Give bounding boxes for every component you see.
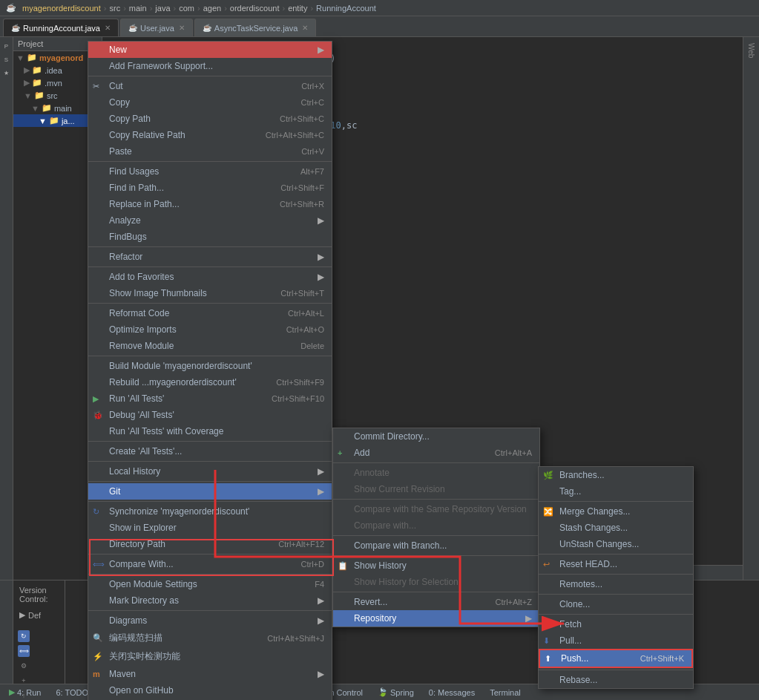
- menu-sep-4: [88, 266, 332, 267]
- git-menu-add[interactable]: + Add Ctrl+Alt+A: [333, 445, 539, 461]
- title-bar: ☕ myagenorderdiscount › src › main › jav…: [0, 0, 759, 16]
- repo-menu-merge[interactable]: 🔀 Merge Changes...: [539, 503, 693, 520]
- menu-item-reformat[interactable]: Reformat Code Ctrl+Alt+L: [88, 305, 332, 321]
- tab-running-account[interactable]: ☕ RunningAccount.java ✕: [3, 19, 119, 36]
- menu-item-git[interactable]: Git ▶: [88, 483, 332, 500]
- git-menu-repository[interactable]: Repository ▶: [333, 610, 539, 627]
- menu-shortcut-optimize: Ctrl+Alt+O: [286, 325, 324, 334]
- structure-icon[interactable]: S: [1, 53, 13, 65]
- btn-spring[interactable]: 🍃 Spring: [375, 687, 417, 697]
- menu-item-paste[interactable]: Paste Ctrl+V: [88, 143, 332, 160]
- menu-item-run[interactable]: ▶ Run 'All Tests' Ctrl+Shift+F10: [88, 390, 332, 407]
- repo-menu-unstash[interactable]: UnStash Changes...: [539, 536, 693, 552]
- menu-item-add-framework[interactable]: Add Framework Support...: [88, 58, 332, 74]
- menu-label-remove-module: Remove Module: [109, 341, 286, 351]
- vc-refresh-button[interactable]: ↻: [18, 630, 30, 642]
- repo-menu-remotes[interactable]: Remotes...: [539, 576, 693, 592]
- menu-label-git: Git: [109, 486, 315, 497]
- menu-item-synchronize[interactable]: ↻ Synchronize 'myagenorderdiscount': [88, 503, 332, 520]
- menu-item-replace-in-path[interactable]: Replace in Path... Ctrl+Shift+R: [88, 196, 332, 212]
- git-submenu: Commit Directory... + Add Ctrl+Alt+A Ann…: [332, 428, 540, 627]
- git-menu-compare-with: Compare with...: [333, 517, 539, 534]
- menu-item-debug[interactable]: 🐞 Debug 'All Tests': [88, 407, 332, 423]
- git-sep-1: [333, 462, 539, 463]
- menu-item-maven[interactable]: m Maven ▶: [88, 666, 332, 682]
- menu-item-find-in-path[interactable]: Find in Path... Ctrl+Shift+F: [88, 180, 332, 196]
- menu-item-findbugs[interactable]: FindBugs: [88, 229, 332, 245]
- tab-close-button-2[interactable]: ✕: [179, 24, 185, 32]
- repo-menu-tag[interactable]: Tag...: [539, 483, 693, 500]
- tab-async[interactable]: ☕ AsyncTaskService.java ✕: [194, 19, 317, 36]
- menu-item-thumbnails[interactable]: Show Image Thumbnails Ctrl+Shift+T: [88, 285, 332, 301]
- breadcrumb: ☕ myagenorderdiscount › src › main › jav…: [6, 3, 376, 13]
- menu-item-run-coverage[interactable]: Run 'All Tests' with Coverage: [88, 423, 332, 439]
- menu-item-remove-module[interactable]: Remove Module Delete: [88, 338, 332, 354]
- menu-item-cut[interactable]: ✂ Cut Ctrl+X: [88, 78, 332, 94]
- git-menu-commit[interactable]: Commit Directory...: [333, 428, 539, 445]
- btn-messages[interactable]: 0: Messages: [426, 688, 478, 697]
- menu-item-find-usages[interactable]: Find Usages Alt+F7: [88, 163, 332, 180]
- menu-item-diagrams[interactable]: Diagrams ▶: [88, 612, 332, 629]
- vc-settings-button[interactable]: ⚙: [18, 660, 30, 672]
- repo-label-merge: Merge Changes...: [559, 506, 686, 517]
- menu-item-refactor[interactable]: Refactor ▶: [88, 249, 332, 265]
- menu-item-copy-rel-path[interactable]: Copy Relative Path Ctrl+Alt+Shift+C: [88, 127, 332, 143]
- git-menu-revert[interactable]: Revert... Ctrl+Alt+Z: [333, 594, 539, 610]
- tab-close-button-3[interactable]: ✕: [302, 24, 308, 32]
- project-name: myagenorderdiscount: [22, 4, 101, 13]
- vc-diff-button[interactable]: ⟺: [18, 645, 30, 657]
- menu-item-module-settings[interactable]: Open Module Settings F4: [88, 576, 332, 592]
- menu-item-analyze[interactable]: Analyze ▶: [88, 212, 332, 229]
- panel-title: Project: [18, 39, 43, 48]
- tab-user[interactable]: ☕ User.java ✕: [120, 19, 193, 36]
- menu-item-show-explorer[interactable]: Show in Explorer: [88, 520, 332, 536]
- menu-arrow-local-history: ▶: [318, 466, 324, 477]
- menu-sep-9: [88, 481, 332, 482]
- menu-label-create-tests: Create 'All Tests'...: [109, 446, 324, 457]
- repo-menu-clone[interactable]: Clone...: [539, 596, 693, 612]
- menu-item-add-favorites[interactable]: Add to Favorites ▶: [88, 269, 332, 285]
- breadcrumb-sep2: ›: [123, 4, 126, 13]
- menu-item-copy-path[interactable]: Copy Path Ctrl+Shift+C: [88, 111, 332, 127]
- btn-run[interactable]: ▶ 4: Run: [6, 687, 44, 697]
- btn-terminal[interactable]: Terminal: [487, 688, 524, 697]
- repo-menu-reset[interactable]: ↩ Reset HEAD...: [539, 556, 693, 572]
- sync-icon: ↻: [93, 507, 99, 517]
- menu-item-close-detect[interactable]: ⚡ 关闭实时检测功能: [88, 647, 332, 666]
- project-panel-icon[interactable]: P: [1, 40, 13, 52]
- btn-todo[interactable]: 6: TODO: [53, 688, 91, 697]
- repo-menu-rebase[interactable]: Rebase...: [539, 672, 693, 688]
- git-menu-history[interactable]: 📋 Show History: [333, 557, 539, 574]
- menu-item-create-tests[interactable]: Create 'All Tests'...: [88, 443, 332, 459]
- tab-close-button[interactable]: ✕: [105, 24, 111, 32]
- repo-menu-stash[interactable]: Stash Changes...: [539, 520, 693, 536]
- menu-shortcut-copy: Ctrl+C: [301, 98, 324, 107]
- menu-item-github[interactable]: Open on GitHub: [88, 682, 332, 699]
- menu-arrow-refactor: ▶: [318, 252, 324, 262]
- git-menu-compare-repo: Compare with the Same Repository Version: [333, 501, 539, 517]
- git-menu-compare-branch[interactable]: Compare with Branch...: [333, 537, 539, 554]
- menu-item-rebuild[interactable]: Rebuild ...myagenorderdiscount' Ctrl+Shi…: [88, 374, 332, 390]
- repo-menu-fetch[interactable]: Fetch: [539, 616, 693, 632]
- vc-def-tab[interactable]: ▶ Def: [15, 609, 63, 621]
- vc-filter-button[interactable]: +: [18, 675, 30, 687]
- git-shortcut-add: Ctrl+Alt+A: [495, 448, 532, 457]
- menu-item-scan[interactable]: 🔍 编码规范扫描 Ctrl+Alt+Shift+J: [88, 629, 332, 647]
- expand-icon: ▼: [16, 53, 24, 62]
- menu-item-optimize[interactable]: Optimize Imports Ctrl+Alt+O: [88, 321, 332, 338]
- repo-sep-3: [539, 574, 693, 575]
- repo-menu-push[interactable]: ⬆ Push... Ctrl+Shift+K: [539, 649, 693, 668]
- repo-menu-branches[interactable]: 🌿 Branches...: [539, 467, 693, 483]
- menu-item-new[interactable]: New ▶: [88, 42, 332, 58]
- right-tab-web[interactable]: Web: [746, 40, 757, 61]
- menu-item-compare[interactable]: ⟺ Compare With... Ctrl+D: [88, 556, 332, 572]
- menu-item-local-history[interactable]: Local History ▶: [88, 463, 332, 480]
- menu-item-mark-dir[interactable]: Mark Directory as ▶: [88, 592, 332, 609]
- menu-item-dir-path[interactable]: Directory Path Ctrl+Alt+F12: [88, 536, 332, 552]
- menu-item-build[interactable]: Build Module 'myagenorderdiscount': [88, 358, 332, 374]
- repo-menu-pull[interactable]: ⬇ Pull...: [539, 632, 693, 649]
- menu-item-copy[interactable]: Copy Ctrl+C: [88, 94, 332, 111]
- favorites-icon[interactable]: ★: [1, 67, 13, 79]
- repo-label-unstash: UnStash Changes...: [559, 539, 686, 549]
- run-label: 4: Run: [17, 688, 41, 697]
